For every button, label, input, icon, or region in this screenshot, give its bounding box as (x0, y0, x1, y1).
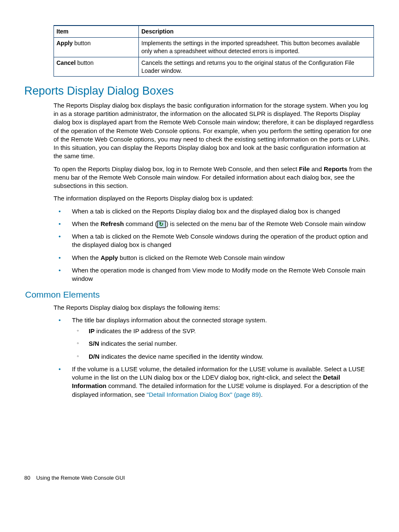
sub-list: IP indicates the IP address of the SVP. … (72, 327, 374, 361)
bold-text: Refresh (100, 220, 124, 227)
bold-text: File (299, 165, 310, 172)
refresh-icon (157, 221, 166, 228)
bullet-list: The title bar displays information about… (54, 316, 374, 399)
footer-title: Using the Remote Web Console GUI (36, 475, 125, 481)
text: button is clicked on the Remote Web Cons… (118, 254, 284, 261)
text: indicates the device name specified in t… (100, 353, 263, 360)
text: When the (72, 254, 100, 261)
page-footer: 80Using the Remote Web Console GUI (24, 474, 374, 482)
list-item: When the Refresh command () is selected … (54, 220, 374, 228)
text: To open the Reports Display dialog box, … (54, 165, 299, 172)
text: . (261, 391, 263, 398)
list-item: When a tab is clicked on the Reports Dis… (54, 207, 374, 216)
text: command ( (124, 220, 157, 227)
section-heading: Reports Display Dialog Boxes (24, 83, 374, 98)
bullet-list: When a tab is clicked on the Reports Dis… (54, 207, 374, 283)
sub-list-item: D/N indicates the device name specified … (72, 352, 374, 361)
list-item: When a tab is clicked on the Remote Web … (54, 232, 374, 249)
table-row: Cancel button Cancels the settings and r… (54, 57, 374, 77)
bold-text: Reports (324, 165, 348, 172)
paragraph: To open the Reports Display dialog box, … (54, 165, 374, 190)
text: and (310, 165, 324, 172)
page-number: 80 (24, 475, 30, 481)
text: If the volume is a LUSE volume, the deta… (72, 365, 365, 381)
sub-list-item: S/N indicates the serial number. (72, 339, 374, 348)
paragraph: The information displayed on the Reports… (54, 194, 374, 203)
bold-text: D/N (89, 353, 100, 360)
list-item: When the operation mode is changed from … (54, 266, 374, 283)
item-name-rest: button (76, 59, 94, 66)
text: indicates the IP address of the SVP. (95, 327, 196, 334)
subsection-heading: Common Elements (25, 289, 374, 301)
paragraph: The Reports Display dialog box displays … (54, 101, 374, 161)
bold-text: Apply (100, 254, 118, 261)
paragraph: The Reports Display dialog box displays … (54, 303, 374, 312)
bold-text: IP (89, 327, 95, 334)
item-description-table: Item Description Apply button Implements… (54, 25, 374, 77)
text: The title bar displays information about… (72, 316, 267, 324)
text: indicates the serial number. (99, 340, 177, 347)
th-description: Description (139, 26, 374, 37)
item-desc: Implements the settings in the imported … (139, 37, 374, 57)
item-name-bold: Apply (56, 40, 73, 46)
list-item: When the Apply button is clicked on the … (54, 254, 374, 262)
table-row: Apply button Implements the settings in … (54, 37, 374, 57)
list-item: The title bar displays information about… (54, 316, 374, 361)
th-item: Item (54, 26, 139, 37)
sub-list-item: IP indicates the IP address of the SVP. (72, 327, 374, 335)
text: ) is selected on the menu bar of the Rem… (166, 220, 366, 227)
list-item: If the volume is a LUSE volume, the deta… (54, 365, 374, 399)
item-desc: Cancels the settings and returns you to … (139, 57, 374, 77)
item-name-rest: button (73, 40, 91, 46)
bold-text: S/N (89, 340, 99, 347)
text: When the (72, 220, 100, 227)
item-name-bold: Cancel (56, 59, 76, 66)
cross-reference-link[interactable]: "Detail Information Dialog Box" (page 89… (146, 391, 261, 398)
